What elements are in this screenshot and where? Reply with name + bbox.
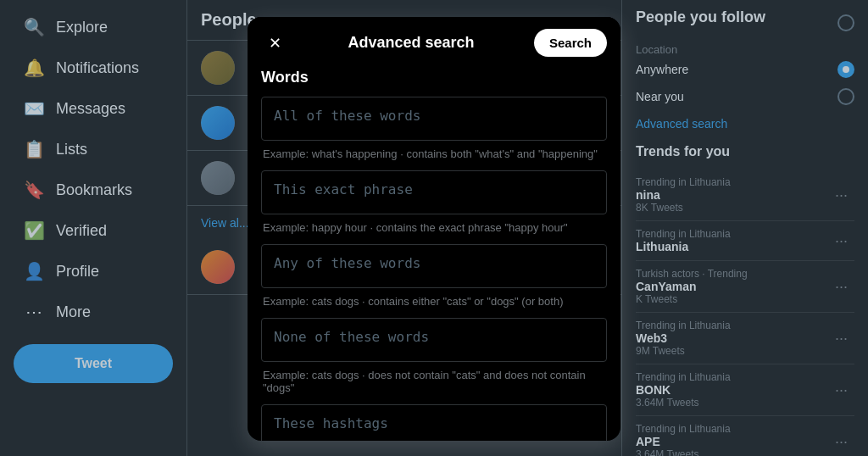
modal-overlay[interactable]: ✕ Advanced search Search Words Example: …: [0, 0, 868, 456]
field-input-3[interactable]: [261, 318, 607, 362]
field-input-2[interactable]: [261, 244, 607, 288]
field-input-1[interactable]: [261, 170, 607, 214]
field-input-4[interactable]: [261, 404, 607, 441]
close-button[interactable]: ✕: [261, 30, 288, 57]
app-layout: 🔍 Explore 🔔 Notifications ✉️ Messages 📋 …: [0, 0, 868, 456]
field-hint-0: Example: what's happening · contains bot…: [261, 147, 607, 160]
field-hint-1: Example: happy hour · contains the exact…: [261, 221, 607, 234]
field-hint-2: Example: cats dogs · contains either "ca…: [261, 295, 607, 308]
modal-title: Advanced search: [288, 34, 534, 52]
fields-container: Example: what's happening · contains bot…: [261, 97, 607, 441]
search-button[interactable]: Search: [534, 29, 607, 57]
modal-header: ✕ Advanced search Search: [248, 17, 620, 69]
field-group-4: Example: #ThrowbackThursday · contains t…: [261, 404, 607, 441]
field-group-2: Example: cats dogs · contains either "ca…: [261, 244, 607, 308]
field-input-0[interactable]: [261, 97, 607, 141]
advanced-search-modal: ✕ Advanced search Search Words Example: …: [248, 17, 620, 441]
field-hint-3: Example: cats dogs · does not contain "c…: [261, 369, 607, 394]
field-group-3: Example: cats dogs · does not contain "c…: [261, 318, 607, 394]
field-group-0: Example: what's happening · contains bot…: [261, 97, 607, 160]
modal-body: Words Example: what's happening · contai…: [248, 69, 620, 441]
words-section-heading: Words: [261, 69, 607, 86]
field-group-1: Example: happy hour · contains the exact…: [261, 170, 607, 234]
